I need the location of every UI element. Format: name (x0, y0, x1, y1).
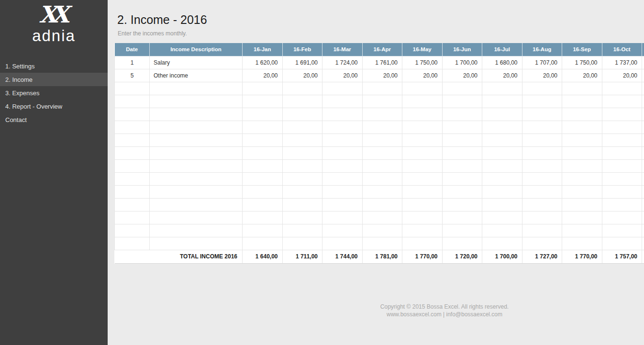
value-cell[interactable] (642, 134, 644, 146)
value-cell[interactable] (482, 224, 522, 237)
value-cell[interactable] (402, 237, 443, 250)
value-cell[interactable] (442, 146, 482, 159)
value-cell[interactable] (642, 82, 644, 95)
value-cell[interactable]: 1 761,00 (362, 56, 402, 69)
value-cell[interactable] (322, 198, 363, 211)
value-cell[interactable] (362, 159, 402, 172)
value-cell[interactable]: 20,00 (522, 69, 562, 82)
value-cell[interactable] (282, 82, 322, 95)
value-cell[interactable] (522, 198, 562, 211)
date-cell[interactable] (115, 82, 150, 95)
value-cell[interactable] (442, 211, 482, 224)
value-cell[interactable] (602, 237, 642, 250)
value-cell[interactable] (562, 172, 602, 185)
date-cell[interactable] (115, 95, 150, 108)
value-cell[interactable] (482, 108, 522, 121)
value-cell[interactable] (243, 95, 283, 108)
date-cell[interactable] (115, 159, 150, 172)
value-cell[interactable] (522, 237, 562, 250)
value-cell[interactable] (362, 198, 402, 211)
value-cell[interactable] (442, 185, 482, 198)
description-cell[interactable] (150, 211, 243, 224)
value-cell[interactable]: 1 750,00 (402, 56, 443, 69)
value-cell[interactable] (322, 134, 363, 146)
value-cell[interactable] (562, 121, 602, 134)
value-cell[interactable] (642, 146, 644, 159)
value-cell[interactable] (642, 172, 644, 185)
sidebar-item-expenses[interactable]: 3. Expenses (0, 86, 108, 100)
value-cell[interactable] (642, 198, 644, 211)
value-cell[interactable]: 1 691,00 (282, 56, 322, 69)
value-cell[interactable] (282, 121, 322, 134)
value-cell[interactable] (322, 211, 363, 224)
value-cell[interactable]: 1 707,00 (522, 56, 562, 69)
value-cell[interactable] (322, 146, 363, 159)
value-cell[interactable] (402, 198, 443, 211)
value-cell[interactable] (362, 121, 402, 134)
value-cell[interactable] (402, 108, 443, 121)
value-cell[interactable]: 20,00 (282, 69, 322, 82)
description-cell[interactable] (150, 198, 243, 211)
value-cell[interactable]: 20,00 (482, 69, 522, 82)
value-cell[interactable]: 20,00 (243, 69, 283, 82)
value-cell[interactable] (322, 185, 363, 198)
value-cell[interactable]: 1 680,00 (482, 56, 522, 69)
value-cell[interactable] (402, 121, 443, 134)
value-cell[interactable] (522, 146, 562, 159)
value-cell[interactable] (562, 159, 602, 172)
value-cell[interactable]: 20,00 (322, 69, 363, 82)
value-cell-cut[interactable] (642, 56, 644, 69)
value-cell[interactable] (642, 95, 644, 108)
value-cell[interactable]: 1 750,00 (562, 56, 602, 69)
date-cell[interactable] (115, 185, 150, 198)
value-cell[interactable]: 1 620,00 (243, 56, 283, 69)
value-cell[interactable] (362, 134, 402, 146)
value-cell[interactable] (602, 146, 642, 159)
value-cell[interactable] (562, 198, 602, 211)
sidebar-item-income[interactable]: 2. Income (0, 73, 108, 86)
description-cell[interactable] (150, 185, 243, 198)
value-cell[interactable] (602, 82, 642, 95)
date-cell[interactable] (115, 108, 150, 121)
value-cell[interactable]: 20,00 (602, 69, 642, 82)
date-cell[interactable]: 5 (115, 69, 150, 82)
value-cell[interactable] (362, 185, 402, 198)
value-cell[interactable] (243, 134, 283, 146)
value-cell[interactable] (642, 185, 644, 198)
description-cell[interactable] (150, 146, 243, 159)
description-cell[interactable]: Other income (150, 69, 243, 82)
value-cell[interactable] (282, 185, 322, 198)
value-cell[interactable] (402, 146, 443, 159)
date-cell[interactable] (115, 134, 150, 146)
date-cell[interactable] (115, 237, 150, 250)
sidebar-item-contact[interactable]: Contact (0, 113, 108, 126)
value-cell[interactable] (322, 159, 363, 172)
value-cell[interactable] (562, 237, 602, 250)
value-cell[interactable] (402, 82, 443, 95)
value-cell[interactable] (402, 172, 443, 185)
value-cell[interactable] (322, 224, 363, 237)
value-cell[interactable] (282, 159, 322, 172)
value-cell[interactable] (522, 121, 562, 134)
sidebar-item-settings[interactable]: 1. Settings (0, 59, 108, 73)
value-cell[interactable] (322, 121, 363, 134)
value-cell[interactable] (522, 82, 562, 95)
value-cell[interactable] (322, 95, 363, 108)
value-cell[interactable] (243, 121, 283, 134)
value-cell[interactable] (243, 211, 283, 224)
value-cell[interactable]: 1 724,00 (322, 56, 363, 69)
value-cell[interactable]: 20,00 (402, 69, 443, 82)
value-cell[interactable] (442, 172, 482, 185)
value-cell[interactable] (642, 237, 644, 250)
value-cell[interactable]: 1 700,00 (442, 56, 482, 69)
value-cell[interactable] (402, 224, 443, 237)
value-cell[interactable] (243, 224, 283, 237)
value-cell[interactable] (243, 237, 283, 250)
value-cell[interactable] (482, 159, 522, 172)
value-cell[interactable] (282, 95, 322, 108)
value-cell[interactable] (243, 198, 283, 211)
value-cell[interactable] (602, 121, 642, 134)
value-cell[interactable] (322, 172, 363, 185)
value-cell[interactable]: 1 737,00 (602, 56, 642, 69)
value-cell[interactable] (602, 108, 642, 121)
